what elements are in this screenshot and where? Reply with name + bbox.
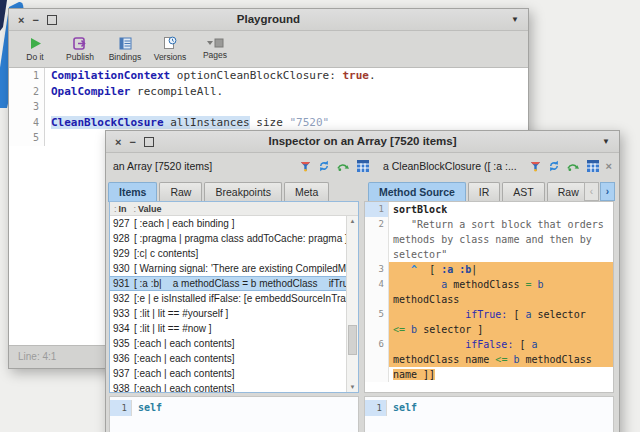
browse-funnel-icon[interactable] <box>530 161 541 172</box>
method-source-line[interactable]: 5 ifTrue: [ a selector <box>365 307 613 322</box>
line-number: 5 <box>365 307 389 322</box>
browse-funnel-icon[interactable] <box>300 161 311 172</box>
line-number <box>365 352 389 367</box>
method-source-line[interactable]: name ]] <box>365 367 613 382</box>
tab-scroll-left-icon[interactable]: ‹ <box>584 182 599 201</box>
list-item[interactable]: 930[ Warning signal: 'There are existing… <box>110 261 358 276</box>
list-column-headers[interactable]: : In : Value <box>110 202 358 216</box>
code-text: ifFalse: [ a <box>389 337 613 352</box>
right-tab-bar: Method Source IR AST Raw ‹ › <box>366 179 619 202</box>
list-scrollbar[interactable]: ▲ ▼ <box>346 216 358 392</box>
window-menu-icon[interactable]: ▼ <box>602 131 610 152</box>
line-number: 6 <box>365 337 389 352</box>
right-eval-pane[interactable]: 1 self <box>364 396 614 432</box>
code-text: methodClass name <= b methodClass <box>389 352 613 367</box>
refresh-icon[interactable] <box>548 160 560 172</box>
list-item[interactable]: 938[:each | each contents] <box>110 381 358 393</box>
left-pane-header: an Array [7520 items] <box>106 153 376 179</box>
method-source-line[interactable]: 4 a methodClass = b <box>365 277 613 292</box>
browser-grid-icon[interactable] <box>587 160 599 172</box>
code-text: methods by class name and then by <box>389 232 613 247</box>
tab-raw-left[interactable]: Raw <box>159 182 202 202</box>
items-rows: 927[ :each | each binding ]928[ :pragma … <box>110 216 358 393</box>
do-it-and-go-icon[interactable] <box>567 161 580 172</box>
line-number: 1 <box>365 202 389 217</box>
list-item[interactable]: 932[:e | e isInstalled ifFalse: [e embed… <box>110 291 358 306</box>
scroll-down-icon[interactable]: ▼ <box>347 382 358 392</box>
list-item[interactable]: 933[ :lit | lit == #yourself ] <box>110 306 358 321</box>
mini-line-number: 1 <box>110 400 132 416</box>
right-pane-title: a CleanBlockClosure ([ :a :... <box>383 160 530 172</box>
tab-method-source[interactable]: Method Source <box>368 182 466 202</box>
list-item[interactable]: 931[ :a :b| a methodClass = b methodClas… <box>110 276 358 291</box>
scrollbar-thumb[interactable] <box>348 325 357 355</box>
line-number: 4 <box>9 115 45 131</box>
mini-code[interactable]: self <box>132 400 162 416</box>
do-it-and-go-icon[interactable] <box>337 161 350 172</box>
item-index: 931 <box>110 277 134 290</box>
pages-button[interactable]: Pages <box>197 33 233 65</box>
list-item[interactable]: 927[ :each | each binding ] <box>110 216 358 231</box>
tab-meta[interactable]: Meta <box>284 182 329 202</box>
column-in[interactable]: In <box>119 204 127 214</box>
versions-icon <box>163 36 177 50</box>
item-index: 938 <box>110 381 134 393</box>
list-item[interactable]: 935[:each | each contents] <box>110 336 358 351</box>
list-item[interactable]: 936[:each | each contents] <box>110 351 358 366</box>
method-source-line[interactable]: methodClass name <= b methodClass <box>365 352 613 367</box>
method-source-line[interactable]: 6 ifFalse: [ a <box>365 337 613 352</box>
line-number: 3 <box>9 99 45 115</box>
mini-code[interactable]: self <box>387 400 417 416</box>
window-menu-icon[interactable]: ▼ <box>511 9 519 30</box>
sort-icon: : <box>134 204 137 214</box>
method-source-line[interactable]: 3 ^ [ :a :b| <box>365 262 613 277</box>
item-index: 929 <box>110 246 134 261</box>
tab-ast[interactable]: AST <box>502 182 544 202</box>
bindings-button[interactable]: Bindings <box>107 33 143 65</box>
tab-breakpoints[interactable]: Breakpoints <box>204 182 281 202</box>
list-item[interactable]: 928[ :pragma | pragma class addToCache: … <box>110 231 358 246</box>
method-source-line[interactable]: 1sortBlock <box>365 202 613 217</box>
playground-code-line[interactable]: 4CleanBlockClosure allInstances size "75… <box>9 115 528 131</box>
versions-button[interactable]: Versions <box>152 33 188 65</box>
line-number <box>365 232 389 247</box>
method-source-line[interactable]: selector" <box>365 247 613 262</box>
code-text: selector" <box>389 247 613 262</box>
tab-ir[interactable]: IR <box>468 182 501 202</box>
publish-icon <box>73 37 87 50</box>
playground-code-line[interactable]: 1CompilationContext optionCleanBlockClos… <box>9 68 528 84</box>
column-value[interactable]: Value <box>138 204 162 214</box>
scroll-up-icon[interactable]: ▲ <box>347 216 358 226</box>
method-source-line[interactable]: 2 "Return a sort block that orders <box>365 217 613 232</box>
inspector-titlebar[interactable]: × − Inspector on an Array [7520 items] ▼ <box>106 131 619 153</box>
line-number <box>365 247 389 262</box>
item-index: 928 <box>110 231 134 246</box>
publish-button[interactable]: Publish <box>62 33 98 65</box>
items-list-pane[interactable]: : In : Value 927[ :each | each binding ]… <box>109 201 359 393</box>
code-text: <= b selector ] <box>389 322 613 337</box>
code-text: OpalCompiler recompileAll. <box>45 84 223 100</box>
method-source-line[interactable]: methodClass <box>365 292 613 307</box>
browser-grid-icon[interactable] <box>357 160 369 172</box>
playground-title: Playground <box>9 9 528 30</box>
list-item[interactable]: 937[:each | each contents] <box>110 366 358 381</box>
playground-code-line[interactable]: 2OpalCompiler recompileAll. <box>9 84 528 100</box>
close-pane-icon[interactable]: × <box>606 161 612 171</box>
playground-code-line[interactable]: 3 <box>9 99 528 115</box>
playground-titlebar[interactable]: × − Playground ▼ <box>9 9 528 31</box>
do-it-button[interactable]: Do it <box>17 33 53 65</box>
tab-items[interactable]: Items <box>108 182 157 202</box>
left-pane-title: an Array [7520 items] <box>113 160 300 172</box>
list-item[interactable]: 934[ :lit | lit == #now ] <box>110 321 358 336</box>
tab-scroll-right-icon[interactable]: › <box>600 182 615 201</box>
left-eval-pane[interactable]: 1 self <box>109 396 359 432</box>
item-index: 936 <box>110 351 134 366</box>
item-value: [ :each | each binding ] <box>134 216 234 231</box>
list-item[interactable]: 929[:c| c contents] <box>110 246 358 261</box>
method-source-line[interactable]: methods by class name and then by <box>365 232 613 247</box>
refresh-icon[interactable] <box>318 160 330 172</box>
method-source-line[interactable]: <= b selector ] <box>365 322 613 337</box>
method-source-lines: 1sortBlock2 "Return a sort block that or… <box>365 202 613 382</box>
method-source-pane[interactable]: 1sortBlock2 "Return a sort block that or… <box>364 201 614 393</box>
line-number <box>365 292 389 307</box>
